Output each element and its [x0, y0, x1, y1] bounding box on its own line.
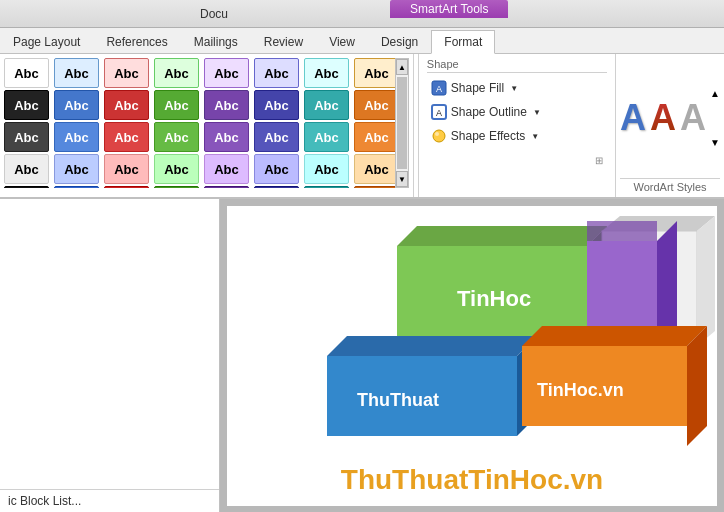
svg-point-5	[435, 132, 439, 136]
style-box-0[interactable]: Abc	[4, 58, 49, 88]
svg-text:A: A	[436, 84, 442, 94]
main-content: ic Block List... TinHoc .VN	[0, 199, 724, 512]
sidebar-label: ic Block List...	[0, 489, 219, 512]
ribbon-tabs: SmartArt Tools Page Layout References Ma…	[0, 28, 724, 54]
watermark-prefix: ThuThuat	[341, 464, 469, 495]
style-box-26[interactable]: Abc	[104, 154, 149, 184]
style-box-7[interactable]: Abc	[354, 58, 399, 88]
shape-panel: Shape A Shape Fill ▼ A Shape Outline ▼ S…	[418, 54, 615, 197]
style-box-2[interactable]: Abc	[104, 58, 149, 88]
style-box-16[interactable]: Abc	[4, 122, 49, 152]
style-box-23[interactable]: Abc	[354, 122, 399, 152]
shape-effects-label: Shape Effects	[451, 129, 526, 143]
title-bar: Docu	[0, 0, 724, 28]
tab-mailings[interactable]: Mailings	[181, 29, 251, 53]
wordart-styles-row: A A A ▲ ▼	[620, 58, 720, 178]
style-box-14[interactable]: Abc	[304, 90, 349, 120]
svg-text:TinHoc.vn: TinHoc.vn	[537, 380, 624, 400]
svg-text:A: A	[436, 108, 442, 118]
svg-marker-21	[522, 326, 707, 346]
left-sidebar: ic Block List...	[0, 199, 220, 512]
tab-view[interactable]: View	[316, 29, 368, 53]
title-text: Docu	[0, 7, 228, 21]
style-box-22[interactable]: Abc	[304, 122, 349, 152]
wordart-label: WordArt Styles	[620, 178, 720, 193]
style-box-10[interactable]: Abc	[104, 90, 149, 120]
doc-canvas: TinHoc .VN ThuThuat	[220, 199, 724, 512]
separator-1	[413, 54, 414, 197]
style-box-12[interactable]: Abc	[204, 90, 249, 120]
sidebar-content	[0, 199, 219, 489]
style-box-1[interactable]: Abc	[54, 58, 99, 88]
doc-page: TinHoc .VN ThuThuat	[227, 206, 717, 506]
scroll-down-btn[interactable]: ▼	[396, 171, 408, 187]
tab-page-layout[interactable]: Page Layout	[0, 29, 93, 53]
style-box-8[interactable]: Abc	[4, 90, 49, 120]
svg-text:ThuThuat: ThuThuat	[357, 390, 439, 410]
tab-format[interactable]: Format	[431, 30, 495, 54]
style-box-37[interactable]: Abc	[254, 186, 299, 188]
style-box-3[interactable]: Abc	[154, 58, 199, 88]
style-box-21[interactable]: Abc	[254, 122, 299, 152]
style-box-35[interactable]: Abc	[154, 186, 199, 188]
style-box-17[interactable]: Abc	[54, 122, 99, 152]
watermark: ThuThuatTinHoc.vn	[341, 464, 603, 496]
sidebar-empty	[0, 199, 219, 215]
wordart-style-1[interactable]: A	[620, 97, 646, 139]
svg-marker-6	[397, 226, 607, 246]
scrollbar-thumb	[397, 77, 407, 169]
tab-design[interactable]: Design	[368, 29, 431, 53]
style-box-11[interactable]: Abc	[154, 90, 199, 120]
svg-text:TinHoc: TinHoc	[457, 286, 531, 311]
shape-effects-btn[interactable]: Shape Effects ▼	[427, 125, 607, 147]
wordart-style-2[interactable]: A	[650, 97, 676, 139]
wordart-down-btn[interactable]: ▼	[710, 137, 720, 148]
style-box-19[interactable]: Abc	[154, 122, 199, 152]
watermark-highlighted: TinHoc.vn	[468, 464, 603, 495]
style-box-34[interactable]: Abc	[104, 186, 149, 188]
style-box-31[interactable]: Abc	[354, 154, 399, 184]
tab-review[interactable]: Review	[251, 29, 316, 53]
style-box-30[interactable]: Abc	[304, 154, 349, 184]
svg-point-4	[433, 130, 445, 142]
shape-effects-arrow: ▼	[531, 132, 539, 141]
svg-marker-23	[687, 326, 707, 446]
style-box-9[interactable]: Abc	[54, 90, 99, 120]
grid-scrollbar[interactable]: ▲ ▼	[395, 58, 409, 188]
style-box-32[interactable]: Abc	[4, 186, 49, 188]
styles-grid: AbcAbcAbcAbcAbcAbcAbcAbcAbcAbcAbcAbcAbcA…	[4, 58, 405, 188]
style-box-13[interactable]: Abc	[254, 90, 299, 120]
shape-fill-btn[interactable]: A Shape Fill ▼	[427, 77, 607, 99]
style-box-25[interactable]: Abc	[54, 154, 99, 184]
shape-outline-arrow: ▼	[533, 108, 541, 117]
style-box-39[interactable]: Abc	[354, 186, 399, 188]
style-box-28[interactable]: Abc	[204, 154, 249, 184]
shape-outline-btn[interactable]: A Shape Outline ▼	[427, 101, 607, 123]
more-options-btn[interactable]: ⊞	[427, 155, 607, 166]
wordart-scroll: ▲ ▼	[710, 88, 720, 148]
style-box-36[interactable]: Abc	[204, 186, 249, 188]
style-box-15[interactable]: Abc	[354, 90, 399, 120]
svg-marker-17	[327, 336, 537, 356]
shape-outline-label: Shape Outline	[451, 105, 527, 119]
scroll-up-btn[interactable]: ▲	[396, 59, 408, 75]
style-box-33[interactable]: Abc	[54, 186, 99, 188]
style-box-5[interactable]: Abc	[254, 58, 299, 88]
text-styles-panel: AbcAbcAbcAbcAbcAbcAbcAbcAbcAbcAbcAbcAbcA…	[0, 54, 409, 197]
style-box-38[interactable]: Abc	[304, 186, 349, 188]
tab-references[interactable]: References	[93, 29, 180, 53]
wordart-up-btn[interactable]: ▲	[710, 88, 720, 99]
style-box-29[interactable]: Abc	[254, 154, 299, 184]
style-box-27[interactable]: Abc	[154, 154, 199, 184]
shape-effects-icon	[431, 128, 447, 144]
wordart-style-3[interactable]: A	[680, 97, 706, 139]
svg-marker-14	[587, 221, 657, 241]
shape-outline-icon: A	[431, 104, 447, 120]
style-box-20[interactable]: Abc	[204, 122, 249, 152]
style-box-6[interactable]: Abc	[304, 58, 349, 88]
smartart-svg: TinHoc .VN ThuThuat	[227, 216, 717, 456]
style-box-4[interactable]: Abc	[204, 58, 249, 88]
smartart-tools-label: SmartArt Tools	[390, 0, 508, 18]
style-box-24[interactable]: Abc	[4, 154, 49, 184]
style-box-18[interactable]: Abc	[104, 122, 149, 152]
